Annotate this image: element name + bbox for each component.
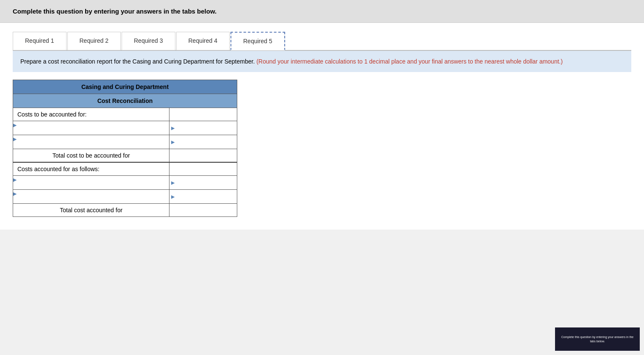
input-arrow-4-label <box>13 190 169 204</box>
costs-accounted-for-value <box>169 162 237 176</box>
total-cost-accounted-for-2-input[interactable] <box>169 204 237 216</box>
input-arrow-3-label <box>13 176 169 190</box>
table-row: Costs accounted for as follows: <box>13 162 237 176</box>
content-area: Prepare a cost reconciliation report for… <box>0 51 644 230</box>
table-row: Total cost accounted for <box>13 204 237 217</box>
costs-to-be-accounted-label: Costs to be accounted for: <box>13 108 169 121</box>
tabs-area: Required 1 Required 2 Required 3 Require… <box>0 23 644 51</box>
input-arrow-2-label <box>13 135 169 149</box>
input-arrow-2-label-input[interactable] <box>13 142 169 149</box>
table-header-2: Cost Reconciliation <box>13 94 237 108</box>
tab-required-3[interactable]: Required 3 <box>122 32 175 50</box>
total-cost-accounted-for-label: Total cost to be accounted for <box>13 149 169 163</box>
input-arrow-1-label-input[interactable] <box>13 128 169 135</box>
table-row <box>13 121 237 135</box>
table-header-1: Casing and Curing Department <box>13 80 237 94</box>
total-cost-accounted-for-value <box>169 149 237 163</box>
table-row <box>13 135 237 149</box>
total-cost-accounted-for-input[interactable] <box>169 149 237 162</box>
input-arrow-3-label-input[interactable] <box>13 183 169 189</box>
total-cost-accounted-for-2-value <box>169 204 237 217</box>
table-row: Costs to be accounted for: <box>13 108 237 121</box>
costs-to-be-accounted-input[interactable] <box>169 108 237 121</box>
tab-required-4[interactable]: Required 4 <box>176 32 230 50</box>
table-row <box>13 176 237 190</box>
costs-to-be-accounted-value <box>169 108 237 121</box>
input-arrow-2-value-input[interactable] <box>169 136 237 148</box>
input-arrow-4-label-input[interactable] <box>13 197 169 203</box>
header-instruction: Complete this question by entering your … <box>13 8 217 15</box>
question-instruction-highlight: (Round your intermediate calculations to… <box>256 58 563 65</box>
tab-required-5[interactable]: Required 5 <box>230 32 285 50</box>
page-wrapper: Complete this question by entering your … <box>0 0 644 355</box>
report-table: Casing and Curing Department Cost Reconc… <box>13 80 237 217</box>
question-instruction-main: Prepare a cost reconciliation report for… <box>20 58 255 65</box>
total-cost-accounted-for-2-label: Total cost accounted for <box>13 204 169 217</box>
input-arrow-1-value <box>169 121 237 135</box>
input-arrow-4-value <box>169 190 237 204</box>
header-banner: Complete this question by entering your … <box>0 0 644 23</box>
input-arrow-2-value <box>169 135 237 149</box>
table-row <box>13 190 237 204</box>
tabs-row: Required 1 Required 2 Required 3 Require… <box>13 31 631 51</box>
tab-required-1[interactable]: Required 1 <box>13 32 67 50</box>
input-arrow-1-value-input[interactable] <box>169 122 237 134</box>
thumbnail-text: Complete this question by entering your … <box>559 335 636 344</box>
costs-accounted-for-input[interactable] <box>169 163 237 175</box>
input-arrow-1-label <box>13 121 169 135</box>
input-arrow-3-value-input[interactable] <box>169 176 237 189</box>
tab-required-2[interactable]: Required 2 <box>67 32 121 50</box>
thumbnail: Complete this question by entering your … <box>555 327 640 351</box>
question-instruction-box: Prepare a cost reconciliation report for… <box>13 51 631 72</box>
table-row: Total cost to be accounted for <box>13 149 237 163</box>
input-arrow-4-value-input[interactable] <box>169 190 237 203</box>
input-arrow-3-value <box>169 176 237 190</box>
costs-accounted-for-label: Costs accounted for as follows: <box>13 162 169 176</box>
